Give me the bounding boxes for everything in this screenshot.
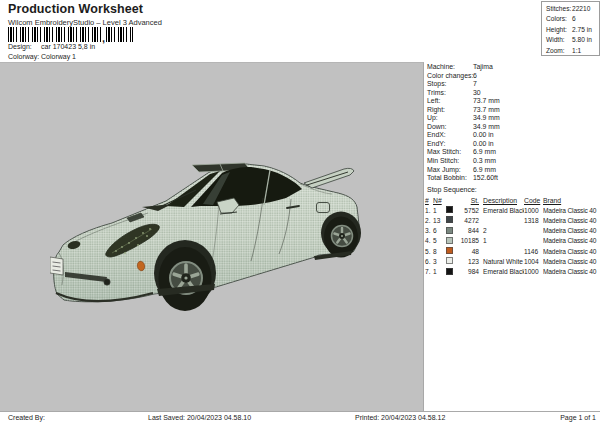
row-number: 7.	[425, 267, 433, 277]
stitch-count: 844	[456, 226, 479, 236]
stop-sequence-title: Stop Sequence:	[427, 186, 477, 193]
row-number: 4.	[425, 236, 433, 246]
machine-info-row: Machine: Tajima	[423, 63, 600, 72]
created-by-label: Created By:	[8, 414, 45, 421]
summary-value: 2.75 in	[572, 25, 599, 35]
machine-info-value: 0.00 in	[473, 140, 600, 149]
thread-color-swatch	[446, 237, 453, 244]
machine-info-label: Max Jump:	[427, 166, 473, 175]
table-row: 7. 1 984 Emerald Black 1000 Madeira Clas…	[425, 267, 598, 277]
thread-brand: Madeira Classic 40	[543, 206, 598, 216]
needle-number: 1	[433, 267, 446, 277]
thread-code: 1146	[524, 247, 543, 257]
app-subtitle: Wilcom EmbroideryStudio – Level 3 Advanc…	[8, 18, 162, 27]
machine-info-label: Left:	[427, 97, 473, 106]
machine-info-value: 34.9 mm	[473, 123, 600, 132]
design-preview-car	[50, 161, 410, 321]
machine-info-label: Color changes:	[427, 72, 473, 81]
machine-info-value: 6.9 mm	[473, 166, 600, 175]
machine-info-label: Min Stitch:	[427, 157, 473, 166]
stop-sequence-rows: 1. 1 5752 Emerald Black 1000 Madeira Cla…	[425, 205, 598, 277]
barcode-segment-2	[106, 27, 133, 42]
machine-info-label: Down:	[427, 123, 473, 132]
thread-color-swatch	[446, 227, 453, 234]
stitch-count: 123	[456, 257, 479, 267]
thread-code: 1004	[524, 257, 543, 267]
thread-brand: Madeira Classic 40	[543, 236, 598, 246]
thread-color-swatch	[446, 206, 453, 213]
machine-info-row: EndX: 0.00 in	[423, 131, 600, 140]
machine-info-row: Max Stitch: 6.9 mm	[423, 148, 600, 157]
thread-color-swatch	[446, 268, 453, 275]
thread-brand: Madeira Classic 40	[543, 267, 598, 277]
machine-info-value: 6.9 mm	[473, 148, 600, 157]
needle-number: 6	[433, 226, 446, 236]
machine-info-label: Machine:	[427, 63, 473, 72]
machine-info-label: Max Stitch:	[427, 148, 473, 157]
thread-description: Emerald Black	[479, 206, 524, 216]
needle-number: 1	[433, 206, 446, 216]
thread-brand: Madeira Classic 40	[543, 226, 598, 236]
col-st: St.	[456, 196, 479, 205]
stop-sequence-table: # N# St. Description Code Brand 1. 1 575…	[425, 196, 598, 277]
machine-info-label: Trims:	[427, 89, 473, 98]
row-number: 5.	[425, 247, 433, 257]
machine-info-row: Min Stitch: 0.3 mm	[423, 157, 600, 166]
machine-info-value: 34.9 mm	[473, 114, 600, 123]
machine-info-label: Total Bobbin:	[427, 174, 473, 183]
machine-info-row: EndY: 0.00 in	[423, 140, 600, 149]
col-description: Description	[479, 196, 524, 205]
summary-value: 1:1	[572, 46, 599, 56]
machine-info-row: Max Jump: 6.9 mm	[423, 166, 600, 175]
col-code: Code	[524, 196, 543, 205]
machine-info-label: Stops:	[427, 80, 473, 89]
design-barcode: ,	[8, 27, 133, 42]
machine-info-value: 152.60ft	[473, 174, 600, 183]
production-worksheet-page: Production Worksheet Wilcom EmbroiderySt…	[0, 0, 600, 424]
summary-label: Colors:	[546, 14, 572, 24]
machine-info-row: Up: 34.9 mm	[423, 114, 600, 123]
stop-sequence-header: # N# St. Description Code Brand	[425, 196, 598, 205]
needle-number: 13	[433, 216, 446, 226]
row-number: 3.	[425, 226, 433, 236]
thread-color-swatch	[446, 257, 453, 264]
machine-info-label: Up:	[427, 114, 473, 123]
row-number: 6.	[425, 257, 433, 267]
page-number: Page 1 of 1	[560, 414, 596, 421]
needle-number: 3	[433, 257, 446, 267]
machine-info-value: 0.3 mm	[473, 157, 600, 166]
barcode-segment-1	[8, 27, 101, 42]
summary-label: Zoom:	[546, 46, 572, 56]
design-summary-box: Stitches: 22210 Colors: 6 Height: 2.75 i…	[541, 1, 600, 56]
thread-color-swatch	[446, 247, 453, 254]
thread-description: Natural White	[479, 257, 524, 267]
col-brand: Brand	[543, 196, 598, 205]
machine-info-row: Right: 73.7 mm	[423, 106, 600, 115]
needle-number: 5	[433, 236, 446, 246]
design-row: Design: car 170423 5,8 in	[8, 43, 95, 50]
summary-row: Colors: 6	[546, 14, 599, 24]
col-num: #	[425, 196, 433, 205]
summary-row: Height: 2.75 in	[546, 25, 599, 35]
thread-description: 1	[479, 236, 524, 246]
summary-label: Width:	[546, 35, 572, 45]
machine-info-row: Stops: 7	[423, 80, 600, 89]
machine-info-label: EndX:	[427, 131, 473, 140]
table-row: 2. 13 4272 1318 Madeira Classic 40	[425, 215, 598, 225]
thread-brand: Madeira Classic 40	[543, 247, 598, 257]
summary-row: Width: 5.80 in	[546, 35, 599, 45]
machine-info-value: 6	[473, 72, 600, 81]
printed-text: Printed: 20/04/2023 04.58.12	[355, 414, 445, 421]
machine-info-row: Total Bobbin: 152.60ft	[423, 174, 600, 183]
table-row: 5. 8 48 1146 Madeira Classic 40	[425, 246, 598, 256]
summary-row: Zoom: 1:1	[546, 46, 599, 56]
machine-info-value: 73.7 mm	[473, 106, 600, 115]
table-row: 1. 1 5752 Emerald Black 1000 Madeira Cla…	[425, 205, 598, 215]
last-saved-text: Last Saved: 20/04/2023 04.58.10	[148, 414, 251, 421]
machine-info-panel: Machine: Tajima Color changes: 6 Stops: …	[423, 63, 600, 183]
needle-number: 8	[433, 247, 446, 257]
design-canvas	[0, 62, 424, 412]
colorway-value: Colorway 1	[41, 53, 76, 60]
row-number: 2.	[425, 216, 433, 226]
summary-label: Height:	[546, 25, 572, 35]
